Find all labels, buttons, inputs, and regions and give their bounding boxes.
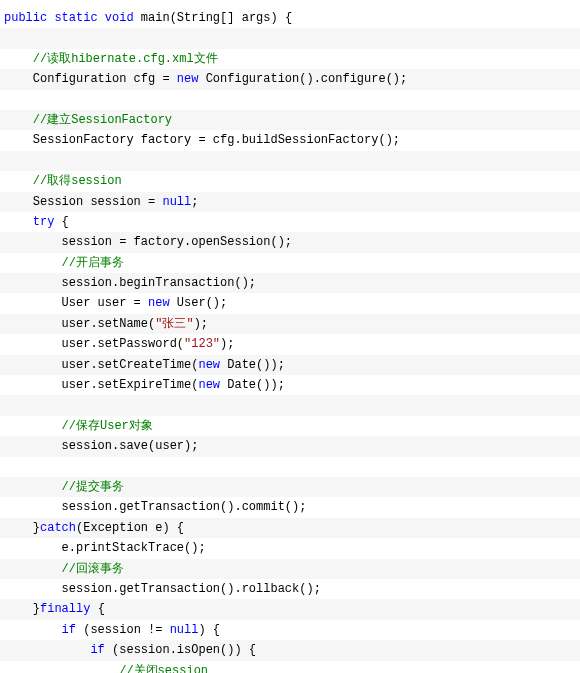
- code-line: user.setName("张三");: [0, 314, 580, 334]
- code-token-kw: try: [33, 215, 55, 229]
- code-line: public static void main(String[] args) {: [0, 8, 580, 28]
- code-token-plain: {: [54, 215, 68, 229]
- code-token-plain: [4, 174, 33, 188]
- code-token-plain: [4, 215, 33, 229]
- code-line: [0, 90, 580, 110]
- code-token-kw: new: [198, 378, 220, 392]
- code-line: User user = new User();: [0, 293, 580, 313]
- code-token-plain: Date());: [220, 378, 285, 392]
- code-line: session = factory.openSession();: [0, 232, 580, 252]
- code-line: user.setPassword("123");: [0, 334, 580, 354]
- code-token-cm: //取得session: [33, 174, 122, 188]
- code-token-plain: user.setName(: [4, 317, 155, 331]
- code-line: [0, 151, 580, 171]
- code-line: //关闭session: [0, 661, 580, 674]
- code-token-plain: );: [220, 337, 234, 351]
- code-token-plain: [4, 256, 62, 270]
- code-token-plain: [4, 643, 90, 657]
- code-line: [0, 457, 580, 477]
- code-line: [0, 395, 580, 415]
- code-line: Session session = null;: [0, 192, 580, 212]
- code-token-plain: User();: [170, 296, 228, 310]
- code-token-plain: Date());: [220, 358, 285, 372]
- code-token-kw: new: [177, 72, 199, 86]
- code-token-plain: session.getTransaction().commit();: [4, 500, 306, 514]
- code-token-plain: {: [90, 602, 104, 616]
- code-token-cm: //建立SessionFactory: [33, 113, 172, 127]
- code-line: }catch(Exception e) {: [0, 518, 580, 538]
- code-token-plain: Configuration().configure();: [198, 72, 407, 86]
- code-token-plain: }: [4, 602, 40, 616]
- code-token-plain: ;: [191, 195, 198, 209]
- code-token-cm: //关闭session: [119, 664, 208, 674]
- code-token-cm: //开启事务: [62, 256, 124, 270]
- code-token-plain: session = factory.openSession();: [4, 235, 292, 249]
- code-token-kw: public: [4, 11, 47, 25]
- code-token-plain: main(String[] args) {: [134, 11, 292, 25]
- code-token-plain: e.printStackTrace();: [4, 541, 206, 555]
- code-token-cm: //读取hibernate.cfg.xml文件: [33, 52, 218, 66]
- code-token-plain: user.setExpireTime(: [4, 378, 198, 392]
- code-token-kw: static: [54, 11, 97, 25]
- code-token-kw: if: [90, 643, 104, 657]
- code-token-plain: session.beginTransaction();: [4, 276, 256, 290]
- code-line: user.setExpireTime(new Date());: [0, 375, 580, 395]
- code-token-kw: if: [62, 623, 76, 637]
- code-token-plain: session.save(user);: [4, 439, 198, 453]
- code-token-plain: User user =: [4, 296, 148, 310]
- code-line: [0, 28, 580, 48]
- code-token-kw: catch: [40, 521, 76, 535]
- code-token-kw: new: [148, 296, 170, 310]
- code-token-cm: //回滚事务: [62, 562, 124, 576]
- code-token-plain: ) {: [198, 623, 220, 637]
- code-token-kw: finally: [40, 602, 90, 616]
- code-token-plain: [98, 11, 105, 25]
- code-line: Configuration cfg = new Configuration().…: [0, 69, 580, 89]
- code-block: public static void main(String[] args) {…: [0, 0, 580, 673]
- code-line: }finally {: [0, 599, 580, 619]
- code-token-str: "123": [184, 337, 220, 351]
- code-token-plain: user.setPassword(: [4, 337, 184, 351]
- code-token-plain: [4, 419, 62, 433]
- code-token-plain: [4, 623, 62, 637]
- code-line: user.setCreateTime(new Date());: [0, 355, 580, 375]
- code-token-plain: [4, 52, 33, 66]
- code-token-plain: [4, 480, 62, 494]
- code-line: //开启事务: [0, 253, 580, 273]
- code-token-kw: null: [170, 623, 199, 637]
- code-line: session.beginTransaction();: [0, 273, 580, 293]
- code-token-plain: (session.isOpen()) {: [105, 643, 256, 657]
- code-line: //提交事务: [0, 477, 580, 497]
- code-line: SessionFactory factory = cfg.buildSessio…: [0, 130, 580, 150]
- code-token-plain: [4, 113, 33, 127]
- code-line: if (session.isOpen()) {: [0, 640, 580, 660]
- code-token-kw: new: [198, 358, 220, 372]
- code-token-plain: (Exception e) {: [76, 521, 184, 535]
- code-line: e.printStackTrace();: [0, 538, 580, 558]
- code-line: try {: [0, 212, 580, 232]
- code-line: //保存User对象: [0, 416, 580, 436]
- code-line: //建立SessionFactory: [0, 110, 580, 130]
- code-token-plain: Session session =: [4, 195, 162, 209]
- code-token-kw: void: [105, 11, 134, 25]
- code-line: if (session != null) {: [0, 620, 580, 640]
- code-token-str: "张三": [155, 317, 193, 331]
- code-token-cm: //提交事务: [62, 480, 124, 494]
- code-token-plain: user.setCreateTime(: [4, 358, 198, 372]
- code-line: session.getTransaction().commit();: [0, 497, 580, 517]
- code-line: //回滚事务: [0, 559, 580, 579]
- code-line: //取得session: [0, 171, 580, 191]
- code-token-cm: //保存User对象: [62, 419, 153, 433]
- code-token-plain: );: [194, 317, 208, 331]
- code-token-plain: [4, 562, 62, 576]
- code-line: session.save(user);: [0, 436, 580, 456]
- code-token-plain: session.getTransaction().rollback();: [4, 582, 321, 596]
- code-line: session.getTransaction().rollback();: [0, 579, 580, 599]
- code-line: //读取hibernate.cfg.xml文件: [0, 49, 580, 69]
- code-token-plain: SessionFactory factory = cfg.buildSessio…: [4, 133, 400, 147]
- code-token-kw: null: [162, 195, 191, 209]
- code-token-plain: Configuration cfg =: [4, 72, 177, 86]
- code-token-plain: [4, 664, 119, 674]
- code-token-plain: }: [4, 521, 40, 535]
- code-token-plain: (session !=: [76, 623, 170, 637]
